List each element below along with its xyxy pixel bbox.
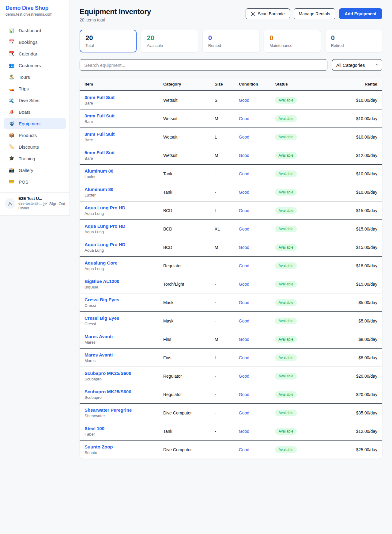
category-cell: BCD (158, 201, 210, 220)
stat-card-rented[interactable]: 0Rented (202, 30, 259, 52)
customers-icon: 👥 (9, 63, 15, 68)
sidebar-item-gallery[interactable]: 📸Gallery (4, 165, 66, 176)
status-badge: Available (275, 299, 296, 306)
stat-card-available[interactable]: 20Available (141, 30, 198, 52)
scan-barcode-label: Scan Barcode (258, 11, 285, 16)
condition-link[interactable]: Good (239, 410, 249, 415)
bookings-icon: 📅 (9, 39, 15, 45)
item-link[interactable]: Suunto Zoop (85, 444, 153, 449)
condition-link[interactable]: Good (239, 190, 249, 195)
item-link[interactable]: Aluminum 80 (85, 168, 153, 174)
condition-cell: Good (234, 220, 270, 238)
item-link[interactable]: Steel 100 (85, 426, 153, 431)
sidebar-item-dashboard[interactable]: 📊Dashboard (4, 25, 66, 36)
rental-cell: $15.00/day (328, 220, 382, 238)
stat-card-maintenance[interactable]: 0Maintenance (264, 30, 321, 52)
size-cell: M (210, 330, 234, 349)
status-badge: Available (275, 446, 296, 453)
category-cell: Regulator (158, 367, 210, 385)
condition-link[interactable]: Good (239, 98, 249, 103)
item-brand: Scubapro (85, 395, 153, 400)
condition-link[interactable]: Good (239, 300, 249, 305)
size-cell: L (210, 201, 234, 220)
condition-cell: Good (234, 293, 270, 312)
sidebar-item-bookings[interactable]: 📅Bookings (4, 36, 66, 48)
item-brand: Bare (85, 156, 153, 161)
sidebar-item-dive-sites[interactable]: 🌊Dive Sites (4, 95, 66, 106)
stat-label: Retired (331, 43, 376, 48)
condition-link[interactable]: Good (239, 429, 249, 434)
add-equipment-button[interactable]: Add Equipment (339, 8, 382, 19)
item-link[interactable]: Aqua Lung Pro HD (85, 223, 153, 229)
rental-cell: $8.00/day (328, 349, 382, 367)
item-link[interactable]: Aqua Lung Pro HD (85, 242, 153, 247)
item-link[interactable]: Cressi Big Eyes (85, 315, 153, 321)
condition-link[interactable]: Good (239, 337, 249, 342)
search-input[interactable] (80, 59, 327, 71)
condition-link[interactable]: Good (239, 318, 249, 323)
scan-barcode-button[interactable]: Scan Barcode (246, 8, 290, 19)
stat-cards: 20Total20Available0Rented0Maintenance0Re… (80, 30, 382, 52)
add-equipment-label: Add Equipment (345, 11, 376, 16)
stat-card-retired[interactable]: 0Retired (325, 30, 382, 52)
item-link[interactable]: Scubapro MK25/S600 (85, 389, 153, 394)
status-badge: Available (275, 207, 296, 214)
condition-cell: Good (234, 330, 270, 349)
item-link[interactable]: Scubapro MK25/S600 (85, 371, 153, 376)
item-link[interactable]: Aqualung Core (85, 260, 153, 265)
item-link[interactable]: BigBlue AL1200 (85, 279, 153, 284)
condition-link[interactable]: Good (239, 227, 249, 231)
condition-link[interactable]: Good (239, 135, 249, 139)
category-select[interactable]: All Categories (332, 59, 382, 71)
condition-link[interactable]: Good (239, 282, 249, 287)
sign-out-button[interactable]: Sign Out (43, 201, 65, 206)
sidebar-item-calendar[interactable]: 📆Calendar (4, 48, 66, 59)
item-link[interactable]: Shearwater Peregrine (85, 407, 153, 413)
shop-title: Demo Dive Shop (6, 5, 64, 11)
condition-link[interactable]: Good (239, 208, 249, 213)
table-row: Steel 100FaberTank-GoodAvailable$12.00/d… (80, 422, 382, 441)
item-link[interactable]: Aqua Lung Pro HD (85, 205, 153, 210)
sidebar-item-boats[interactable]: ⛵Boats (4, 106, 66, 117)
rental-cell: $10.00/day (328, 183, 382, 201)
status-cell: Available (270, 441, 328, 459)
category-cell: Fins (158, 330, 210, 349)
item-link[interactable]: Aluminum 80 (85, 187, 153, 192)
sidebar-item-training[interactable]: 🎓Training (4, 153, 66, 164)
condition-cell: Good (234, 128, 270, 146)
condition-link[interactable]: Good (239, 263, 249, 268)
sidebar-item-equipment[interactable]: 🤿Equipment (4, 118, 66, 129)
condition-link[interactable]: Good (239, 374, 249, 379)
item-link[interactable]: Mares Avanti (85, 334, 153, 339)
condition-link[interactable]: Good (239, 171, 249, 176)
sidebar-item-customers[interactable]: 👥Customers (4, 60, 66, 71)
item-link[interactable]: 3mm Full Suit (85, 113, 153, 118)
stat-card-total[interactable]: 20Total (80, 30, 137, 52)
filter-row: All Categories (80, 59, 382, 71)
sidebar-item-discounts[interactable]: 🏷️Discounts (4, 141, 66, 152)
item-link[interactable]: Mares Avanti (85, 352, 153, 357)
condition-link[interactable]: Good (239, 447, 249, 452)
rental-cell: $12.00/day (328, 146, 382, 165)
sidebar-item-trips[interactable]: 🚤Trips (4, 83, 66, 94)
condition-link[interactable]: Good (239, 355, 249, 360)
condition-link[interactable]: Good (239, 392, 249, 397)
status-cell: Available (270, 422, 328, 441)
sidebar-item-pos[interactable]: 💳POS (4, 176, 66, 187)
size-cell: XL (210, 220, 234, 238)
condition-cell: Good (234, 441, 270, 459)
condition-link[interactable]: Good (239, 245, 249, 250)
rental-cell: $25.00/day (328, 441, 382, 459)
equipment-table: ItemCategorySizeConditionStatusRental 3m… (80, 78, 382, 459)
item-link[interactable]: 3mm Full Suit (85, 95, 153, 100)
condition-link[interactable]: Good (239, 116, 249, 121)
item-brand: Scubapro (85, 377, 153, 381)
category-cell: Wetsuit (158, 146, 210, 165)
manage-rentals-button[interactable]: Manage Rentals (294, 8, 335, 19)
item-link[interactable]: 5mm Full Suit (85, 150, 153, 155)
item-link[interactable]: Cressi Big Eyes (85, 297, 153, 302)
sidebar-item-tours[interactable]: 🏝️Tours (4, 71, 66, 82)
sidebar-item-products[interactable]: 📦Products (4, 130, 66, 141)
item-link[interactable]: 3mm Full Suit (85, 132, 153, 137)
condition-link[interactable]: Good (239, 153, 249, 158)
